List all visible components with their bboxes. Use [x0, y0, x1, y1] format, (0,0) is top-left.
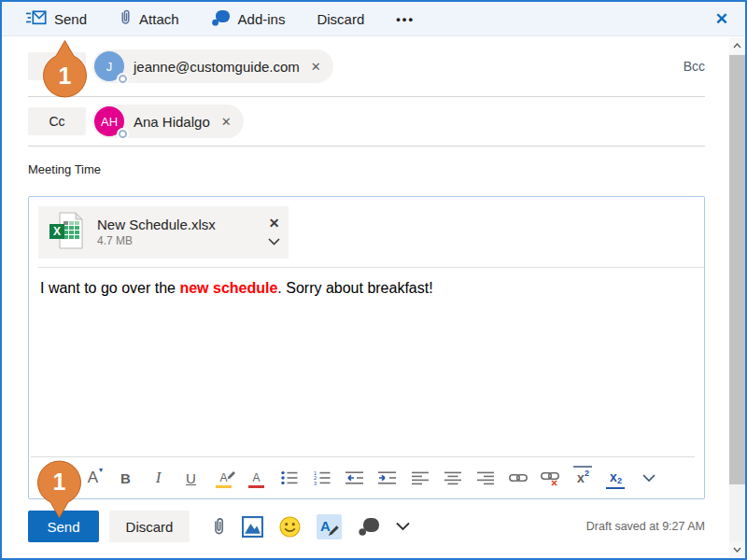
insert-link-button[interactable]: [501, 463, 534, 493]
align-left-button[interactable]: [403, 463, 436, 493]
superscript-bar: [573, 466, 592, 468]
bullet-list-icon: [281, 470, 298, 485]
addins-icon: [211, 9, 231, 29]
excel-x-letter: X: [53, 225, 61, 238]
superscript-2-glyph: 2: [585, 469, 589, 478]
message-body[interactable]: I want to go over the new schedule. Sorr…: [29, 268, 704, 456]
formatting-options-toggle-icon[interactable]: A: [317, 514, 342, 539]
excel-file-icon: X: [48, 210, 85, 255]
decrease-indent-icon: [345, 470, 363, 485]
remove-link-icon: [541, 470, 561, 486]
close-icon[interactable]: ✕: [715, 11, 728, 27]
subject-field[interactable]: Meeting Time: [28, 147, 705, 192]
scroll-down-icon[interactable]: [729, 541, 745, 558]
footer-icons: A: [211, 514, 410, 539]
body-text-emphasis: new schedule: [179, 280, 277, 296]
decrease-font-size-button[interactable]: A: [44, 463, 77, 493]
addins-icon[interactable]: [358, 517, 380, 536]
discard-menu-item[interactable]: Discard: [317, 11, 364, 27]
close-glyph: ✕: [715, 10, 728, 28]
send-button[interactable]: Send: [28, 511, 99, 542]
presence-indicator: [119, 75, 127, 83]
align-right-button[interactable]: [469, 463, 501, 493]
more-formatting-chevron-icon[interactable]: [632, 463, 665, 493]
subscript-bar: [606, 487, 625, 489]
insert-image-icon[interactable]: [242, 516, 263, 538]
recipient-chip-to[interactable]: J jeanne@customguide.com ✕: [92, 49, 333, 83]
more-commands-icon[interactable]: •••: [396, 12, 415, 26]
send-menu-label: Send: [54, 11, 87, 27]
attachment-strip: X New Schedule.xlsx 4.7 MB ✕: [29, 197, 704, 268]
vertical-scrollbar[interactable]: [729, 37, 745, 558]
to-field-row: J jeanne@customguide.com ✕ Bcc: [28, 36, 705, 97]
recipient-name: Ana Hidalgo: [134, 114, 210, 130]
italic-button[interactable]: I: [142, 463, 175, 493]
numbered-list-icon: 1 2 3: [314, 470, 331, 485]
subject-text: Meeting Time: [28, 162, 101, 176]
subscript-button[interactable]: x 2: [599, 463, 632, 493]
bcc-button[interactable]: Bcc: [684, 59, 705, 74]
attachment-actions: ✕: [268, 217, 280, 249]
increase-indent-button[interactable]: [371, 463, 403, 493]
presence-indicator: [119, 130, 127, 138]
attachment-size: 4.7 MB: [97, 234, 216, 248]
remove-attachment-icon[interactable]: ✕: [269, 217, 280, 230]
scroll-up-icon[interactable]: [729, 37, 745, 54]
align-center-button[interactable]: [436, 463, 469, 493]
highlight-button[interactable]: A: [207, 463, 240, 493]
increase-font-size-button[interactable]: A ▾: [77, 463, 109, 493]
attach-menu-item[interactable]: Attach: [119, 8, 179, 29]
discard-button[interactable]: Discard: [109, 511, 190, 542]
more-options-chevron-icon[interactable]: [396, 522, 410, 531]
italic-glyph: I: [156, 469, 162, 487]
body-text-start: I want to go over the: [40, 280, 179, 296]
avatar: J: [94, 51, 124, 81]
emoji-icon[interactable]: [279, 516, 301, 538]
paperclip-icon: [119, 8, 132, 29]
align-center-icon: [444, 471, 461, 485]
body-text-end: . Sorry about breakfast!: [277, 280, 432, 296]
compose-email-window: Send Attach Add-ins Discard •••: [0, 0, 747, 560]
addins-menu-item[interactable]: Add-ins: [211, 9, 286, 29]
remove-recipient-icon[interactable]: ✕: [309, 60, 321, 74]
superscript-button[interactable]: x 2: [567, 463, 599, 493]
font-color-button[interactable]: A: [240, 463, 273, 493]
cc-button[interactable]: Cc: [28, 107, 86, 135]
increase-font-glyph: A: [88, 469, 98, 487]
send-icon: [26, 10, 47, 28]
link-icon: [509, 471, 528, 484]
remove-recipient-icon[interactable]: ✕: [219, 115, 232, 129]
discard-menu-label: Discard: [317, 11, 364, 27]
message-compose-box: X New Schedule.xlsx 4.7 MB ✕ I want to g…: [28, 196, 705, 499]
attach-menu-label: Attach: [139, 11, 179, 27]
remove-link-button[interactable]: [534, 463, 567, 493]
underline-button[interactable]: U: [175, 463, 207, 493]
formatting-toolbar: A A ▾ B I U A A: [29, 457, 704, 498]
font-color-glyph: A: [252, 471, 260, 484]
send-menu-item[interactable]: Send: [26, 10, 87, 28]
avatar-initials: AH: [101, 115, 118, 129]
numbered-list-button[interactable]: 1 2 3: [305, 463, 338, 493]
compose-footer: Send Discard A: [2, 499, 745, 542]
attachment-card[interactable]: X New Schedule.xlsx 4.7 MB ✕: [38, 206, 289, 259]
bold-glyph: B: [120, 470, 131, 486]
compose-toolbar: Send Attach Add-ins Discard •••: [2, 2, 745, 36]
attach-file-icon[interactable]: [211, 516, 226, 537]
highlight-color-bar: [216, 485, 232, 488]
to-button[interactable]: [28, 52, 86, 80]
attachment-name: New Schedule.xlsx: [97, 217, 216, 234]
attachment-info: New Schedule.xlsx 4.7 MB: [97, 217, 216, 248]
bold-button[interactable]: B: [109, 463, 142, 493]
scrollbar-thumb[interactable]: [729, 55, 745, 484]
recipient-chip-cc[interactable]: AH Ana Hidalgo ✕: [92, 105, 244, 138]
avatar: AH: [94, 106, 124, 136]
subscript-x-glyph: x: [610, 470, 617, 483]
increase-indent-icon: [378, 470, 396, 485]
attachment-options-chevron-icon[interactable]: [268, 232, 280, 249]
bullet-list-button[interactable]: [273, 463, 305, 493]
font-size-caret-icon: ▾: [99, 467, 103, 474]
recipient-name: jeanne@customguide.com: [134, 59, 300, 75]
decrease-indent-button[interactable]: [338, 463, 371, 493]
subscript-2-glyph: 2: [617, 477, 622, 485]
svg-text:3: 3: [314, 481, 317, 485]
